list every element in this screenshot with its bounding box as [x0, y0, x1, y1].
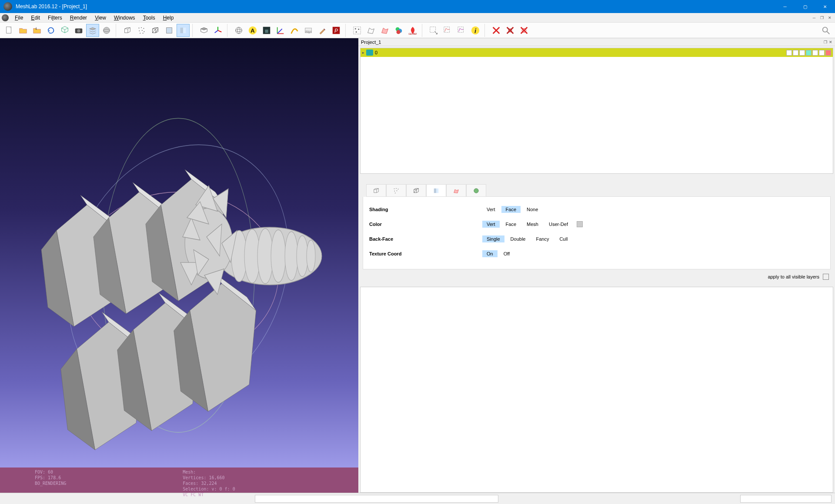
status-faces: Faces: 32,224 — [183, 481, 235, 486]
window-close-button[interactable]: ✕ — [815, 0, 835, 13]
color-mesh-option[interactable]: Mesh — [522, 221, 543, 228]
layer-mode-flat-icon[interactable] — [806, 50, 812, 56]
tab-points[interactable] — [386, 184, 406, 196]
tab-selection[interactable] — [446, 184, 466, 196]
reload-button[interactable] — [44, 24, 57, 37]
gizmo-button[interactable] — [274, 24, 287, 37]
open-project-button[interactable] — [17, 24, 30, 37]
backface-fancy-option[interactable]: Fancy — [531, 235, 553, 242]
select-faces-rect-button[interactable] — [441, 24, 454, 37]
tab-decorators[interactable] — [466, 184, 486, 196]
svg-point-11 — [140, 33, 140, 33]
snapshot-button[interactable] — [72, 24, 85, 37]
delete-selected-vertices-button[interactable] — [490, 24, 503, 37]
import-mesh-button[interactable] — [30, 24, 43, 37]
background-button[interactable] — [260, 24, 273, 37]
svg-rect-96 — [436, 188, 438, 193]
menu-render[interactable]: Render — [67, 14, 90, 22]
render-properties: Shading Vert Face None Color Vert Face M… — [363, 197, 831, 269]
panel-close-button[interactable]: ✕ — [829, 40, 832, 44]
toggle-a-button[interactable]: A — [246, 24, 259, 37]
select-vertices-button[interactable] — [351, 24, 364, 37]
tab-bbox[interactable] — [366, 184, 386, 196]
apply-all-checkbox[interactable] — [823, 274, 829, 280]
svg-point-93 — [397, 190, 397, 191]
shading-face-option[interactable]: Face — [501, 206, 521, 213]
color-userdef-option[interactable]: User-Def — [544, 221, 572, 228]
new-project-button[interactable] — [3, 24, 16, 37]
wireframe-rendering-button[interactable] — [149, 24, 162, 37]
expand-icon[interactable]: ▸ — [362, 50, 364, 55]
paint-button[interactable] — [316, 24, 329, 37]
select-verts-rect-button[interactable] — [455, 24, 468, 37]
delete-selected-faces-button[interactable] — [504, 24, 517, 37]
texcoord-on-option[interactable]: On — [482, 250, 498, 257]
flatlines-rendering-button[interactable] — [163, 24, 176, 37]
color-swatch[interactable] — [577, 221, 583, 227]
texcoord-off-option[interactable]: Off — [499, 250, 514, 257]
select-connected-button[interactable] — [378, 24, 391, 37]
layer-mode-sel-icon[interactable] — [825, 50, 831, 56]
window-minimize-button[interactable]: ─ — [775, 0, 795, 13]
tab-wireframe[interactable] — [406, 184, 426, 196]
color-face-option[interactable]: Face — [501, 221, 521, 228]
layer-list[interactable]: ▸ 0 — [360, 48, 833, 174]
shading-vert-option[interactable]: Vert — [482, 206, 500, 213]
georef-button[interactable]: GEOREF — [406, 24, 419, 37]
svg-point-75 — [271, 230, 286, 282]
layer-row[interactable]: ▸ 0 — [361, 48, 833, 57]
mdi-close-button[interactable]: ✕ — [826, 16, 833, 20]
svg-point-21 — [237, 27, 240, 33]
menu-filters[interactable]: Filters — [44, 14, 66, 22]
light-button[interactable] — [232, 24, 245, 37]
main-toolbar: A Align P GEOREF i — [0, 23, 835, 38]
menu-edit[interactable]: Edit — [27, 14, 43, 22]
project-panel-header[interactable]: Project_1 ❐ ✕ — [358, 38, 835, 46]
window-maximize-button[interactable]: ▢ — [795, 0, 815, 13]
log-panel[interactable] — [360, 287, 833, 493]
show-layers-button[interactable] — [86, 24, 99, 37]
panel-undock-button[interactable]: ❐ — [824, 40, 827, 44]
info-button[interactable]: i — [469, 24, 482, 37]
visibility-toggle[interactable] — [366, 50, 373, 56]
status-rendering: BO_RENDERING — [35, 481, 66, 486]
color-vert-option[interactable]: Vert — [482, 221, 500, 228]
shading-none-option[interactable]: None — [522, 206, 542, 213]
show-trackball-button[interactable] — [100, 24, 113, 37]
menu-help[interactable]: Help — [160, 14, 177, 22]
menu-windows[interactable]: Windows — [110, 14, 139, 22]
measure-button[interactable] — [288, 24, 301, 37]
align-button[interactable]: Align — [302, 24, 315, 37]
layer-mode-wire-icon[interactable] — [799, 50, 805, 56]
mdi-maximize-button[interactable]: ❐ — [818, 16, 825, 20]
toolbar-search-button[interactable] — [819, 24, 832, 37]
select-faces-button[interactable] — [364, 24, 377, 37]
layer-mode-bbox-icon[interactable] — [786, 50, 792, 56]
3d-viewport[interactable] — [0, 38, 358, 468]
tab-solid[interactable] — [426, 184, 446, 196]
flat-rendering-button[interactable] — [177, 24, 190, 37]
layer-mode-points-icon[interactable] — [793, 50, 798, 56]
points-rendering-button[interactable] — [135, 24, 148, 37]
colorize-button[interactable] — [392, 24, 405, 37]
select-rect-button[interactable] — [427, 24, 440, 37]
edge-decorator-button[interactable] — [197, 24, 210, 37]
axis-decorator-button[interactable] — [211, 24, 224, 37]
menu-tools[interactable]: Tools — [140, 14, 159, 22]
backface-double-option[interactable]: Double — [506, 235, 530, 242]
bbox-rendering-button[interactable] — [121, 24, 134, 37]
mdi-minimize-button[interactable]: ─ — [811, 16, 818, 20]
menu-view[interactable]: View — [91, 14, 110, 22]
svg-rect-13 — [167, 27, 172, 33]
backface-single-option[interactable]: Single — [482, 235, 504, 242]
layer-mode-smooth-icon[interactable] — [812, 50, 818, 56]
layer-mode-tex-icon[interactable] — [819, 50, 825, 56]
red-plugin-button[interactable]: P — [330, 24, 343, 37]
delete-selected-faces-verts-button[interactable] — [518, 24, 531, 37]
status-bar — [0, 493, 835, 504]
layer-name: 0 — [375, 50, 377, 55]
status-slot-2 — [740, 495, 832, 503]
export-mesh-button[interactable] — [58, 24, 71, 37]
backface-cull-option[interactable]: Cull — [555, 235, 572, 242]
menu-file[interactable]: File — [11, 14, 27, 22]
